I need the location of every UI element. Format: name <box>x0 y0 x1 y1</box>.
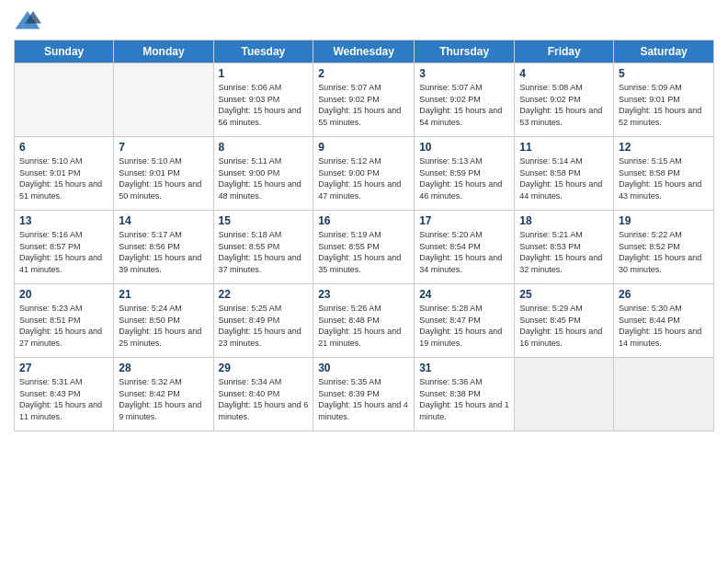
day-number: 17 <box>419 214 509 227</box>
day-number: 24 <box>419 288 509 301</box>
calendar-cell: 27Sunrise: 5:31 AMSunset: 8:43 PMDayligh… <box>15 358 114 431</box>
calendar-cell: 25Sunrise: 5:29 AMSunset: 8:45 PMDayligh… <box>515 284 614 358</box>
day-number: 13 <box>19 214 108 227</box>
day-info: Sunrise: 5:24 AMSunset: 8:50 PMDaylight:… <box>119 303 208 349</box>
day-info: Sunrise: 5:23 AMSunset: 8:51 PMDaylight:… <box>19 303 108 349</box>
day-number: 25 <box>519 288 609 301</box>
calendar-cell: 1Sunrise: 5:06 AMSunset: 9:03 PMDaylight… <box>213 63 313 137</box>
calendar-cell: 12Sunrise: 5:15 AMSunset: 8:58 PMDayligh… <box>614 137 714 211</box>
day-number: 15 <box>219 214 309 227</box>
calendar-header-friday: Friday <box>515 40 614 63</box>
calendar-header-wednesday: Wednesday <box>313 40 415 63</box>
calendar-week-row: 20Sunrise: 5:23 AMSunset: 8:51 PMDayligh… <box>15 284 714 358</box>
day-number: 21 <box>119 288 208 301</box>
calendar-header-row: SundayMondayTuesdayWednesdayThursdayFrid… <box>15 40 714 63</box>
calendar-header-monday: Monday <box>114 40 213 63</box>
day-number: 16 <box>318 214 409 227</box>
calendar-header-saturday: Saturday <box>614 40 714 63</box>
calendar-cell: 14Sunrise: 5:17 AMSunset: 8:56 PMDayligh… <box>114 211 213 284</box>
calendar-cell <box>515 358 614 431</box>
calendar-cell: 24Sunrise: 5:28 AMSunset: 8:47 PMDayligh… <box>415 284 515 358</box>
day-number: 3 <box>419 67 509 80</box>
day-info: Sunrise: 5:11 AMSunset: 9:00 PMDaylight:… <box>219 155 309 201</box>
calendar-cell: 31Sunrise: 5:36 AMSunset: 8:38 PMDayligh… <box>415 358 515 431</box>
calendar-header-thursday: Thursday <box>415 40 515 63</box>
day-info: Sunrise: 5:10 AMSunset: 9:01 PMDaylight:… <box>119 155 208 201</box>
calendar-cell: 19Sunrise: 5:22 AMSunset: 8:52 PMDayligh… <box>614 211 714 284</box>
day-info: Sunrise: 5:30 AMSunset: 8:44 PMDaylight:… <box>619 303 709 349</box>
calendar-cell: 17Sunrise: 5:20 AMSunset: 8:54 PMDayligh… <box>415 211 515 284</box>
day-number: 19 <box>619 214 709 227</box>
page-container: SundayMondayTuesdayWednesdayThursdayFrid… <box>0 0 728 563</box>
calendar-cell: 28Sunrise: 5:32 AMSunset: 8:42 PMDayligh… <box>114 358 213 431</box>
day-number: 2 <box>318 67 409 80</box>
calendar-cell: 16Sunrise: 5:19 AMSunset: 8:55 PMDayligh… <box>313 211 415 284</box>
calendar-cell: 3Sunrise: 5:07 AMSunset: 9:02 PMDaylight… <box>415 63 515 137</box>
logo-icon <box>14 9 41 32</box>
calendar-cell <box>114 63 213 137</box>
day-info: Sunrise: 5:34 AMSunset: 8:40 PMDaylight:… <box>219 376 309 422</box>
day-number: 7 <box>119 141 208 154</box>
calendar-header-sunday: Sunday <box>15 40 114 63</box>
day-number: 4 <box>519 67 609 80</box>
calendar-header-tuesday: Tuesday <box>213 40 313 63</box>
calendar-week-row: 13Sunrise: 5:16 AMSunset: 8:57 PMDayligh… <box>15 211 714 284</box>
logo <box>14 9 43 32</box>
day-info: Sunrise: 5:13 AMSunset: 8:59 PMDaylight:… <box>419 155 509 201</box>
day-info: Sunrise: 5:06 AMSunset: 9:03 PMDaylight:… <box>219 82 309 128</box>
calendar-cell: 23Sunrise: 5:26 AMSunset: 8:48 PMDayligh… <box>313 284 415 358</box>
day-info: Sunrise: 5:15 AMSunset: 8:58 PMDaylight:… <box>619 155 709 201</box>
day-info: Sunrise: 5:14 AMSunset: 8:58 PMDaylight:… <box>519 155 609 201</box>
calendar-cell: 6Sunrise: 5:10 AMSunset: 9:01 PMDaylight… <box>15 137 114 211</box>
day-number: 12 <box>619 141 709 154</box>
day-number: 20 <box>19 288 108 301</box>
calendar-cell: 15Sunrise: 5:18 AMSunset: 8:55 PMDayligh… <box>213 211 313 284</box>
day-number: 5 <box>619 67 709 80</box>
calendar-cell <box>614 358 714 431</box>
day-number: 30 <box>318 362 409 374</box>
day-info: Sunrise: 5:26 AMSunset: 8:48 PMDaylight:… <box>318 303 409 349</box>
calendar-cell: 29Sunrise: 5:34 AMSunset: 8:40 PMDayligh… <box>213 358 313 431</box>
calendar-cell: 18Sunrise: 5:21 AMSunset: 8:53 PMDayligh… <box>515 211 614 284</box>
calendar-week-row: 1Sunrise: 5:06 AMSunset: 9:03 PMDaylight… <box>15 63 714 137</box>
day-info: Sunrise: 5:16 AMSunset: 8:57 PMDaylight:… <box>19 229 108 275</box>
day-info: Sunrise: 5:28 AMSunset: 8:47 PMDaylight:… <box>419 303 509 349</box>
day-number: 6 <box>19 141 108 154</box>
day-number: 22 <box>219 288 309 301</box>
calendar-table: SundayMondayTuesdayWednesdayThursdayFrid… <box>14 40 714 431</box>
day-number: 28 <box>119 362 208 374</box>
day-number: 26 <box>619 288 709 301</box>
day-number: 18 <box>519 214 609 227</box>
day-number: 9 <box>318 141 409 154</box>
calendar-cell: 9Sunrise: 5:12 AMSunset: 9:00 PMDaylight… <box>313 137 415 211</box>
calendar-cell: 4Sunrise: 5:08 AMSunset: 9:02 PMDaylight… <box>515 63 614 137</box>
calendar-cell: 26Sunrise: 5:30 AMSunset: 8:44 PMDayligh… <box>614 284 714 358</box>
day-info: Sunrise: 5:17 AMSunset: 8:56 PMDaylight:… <box>119 229 208 275</box>
day-info: Sunrise: 5:07 AMSunset: 9:02 PMDaylight:… <box>318 82 409 128</box>
day-info: Sunrise: 5:19 AMSunset: 8:55 PMDaylight:… <box>318 229 409 275</box>
calendar-week-row: 27Sunrise: 5:31 AMSunset: 8:43 PMDayligh… <box>15 358 714 431</box>
day-number: 10 <box>419 141 509 154</box>
calendar-cell: 8Sunrise: 5:11 AMSunset: 9:00 PMDaylight… <box>213 137 313 211</box>
calendar-cell: 21Sunrise: 5:24 AMSunset: 8:50 PMDayligh… <box>114 284 213 358</box>
day-number: 8 <box>219 141 309 154</box>
calendar-cell: 30Sunrise: 5:35 AMSunset: 8:39 PMDayligh… <box>313 358 415 431</box>
calendar-cell: 22Sunrise: 5:25 AMSunset: 8:49 PMDayligh… <box>213 284 313 358</box>
day-info: Sunrise: 5:12 AMSunset: 9:00 PMDaylight:… <box>318 155 409 201</box>
calendar-cell: 2Sunrise: 5:07 AMSunset: 9:02 PMDaylight… <box>313 63 415 137</box>
calendar-cell: 13Sunrise: 5:16 AMSunset: 8:57 PMDayligh… <box>15 211 114 284</box>
day-info: Sunrise: 5:18 AMSunset: 8:55 PMDaylight:… <box>219 229 309 275</box>
calendar-cell: 20Sunrise: 5:23 AMSunset: 8:51 PMDayligh… <box>15 284 114 358</box>
day-number: 1 <box>219 67 309 80</box>
day-info: Sunrise: 5:35 AMSunset: 8:39 PMDaylight:… <box>318 376 409 422</box>
calendar-cell <box>15 63 114 137</box>
day-info: Sunrise: 5:31 AMSunset: 8:43 PMDaylight:… <box>19 376 108 422</box>
day-number: 27 <box>19 362 108 374</box>
header <box>14 9 714 32</box>
day-info: Sunrise: 5:32 AMSunset: 8:42 PMDaylight:… <box>119 376 208 422</box>
day-number: 11 <box>519 141 609 154</box>
day-info: Sunrise: 5:08 AMSunset: 9:02 PMDaylight:… <box>519 82 609 128</box>
calendar-cell: 7Sunrise: 5:10 AMSunset: 9:01 PMDaylight… <box>114 137 213 211</box>
day-info: Sunrise: 5:21 AMSunset: 8:53 PMDaylight:… <box>519 229 609 275</box>
day-info: Sunrise: 5:36 AMSunset: 8:38 PMDaylight:… <box>419 376 509 422</box>
